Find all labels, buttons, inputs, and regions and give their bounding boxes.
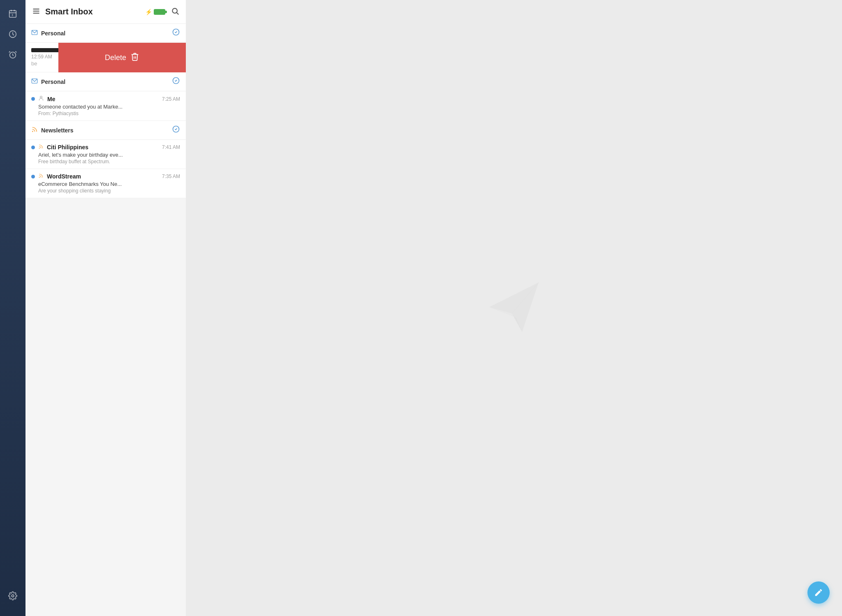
trash-icon bbox=[130, 52, 139, 63]
email-item-citi[interactable]: Citi Philippines 7:41 AM Ariel, let's ma… bbox=[25, 140, 186, 169]
email-preview-citi: Free birthday buffet at Spectrum. bbox=[31, 159, 180, 164]
partial-time: 12:59 AM bbox=[31, 54, 53, 60]
category-name-newsletters: Newsletters bbox=[41, 127, 172, 134]
email-preview-wordstream: Are your shopping clients staying bbox=[31, 188, 180, 194]
partial-preview: be bbox=[31, 60, 53, 67]
svg-text:3: 3 bbox=[12, 14, 13, 16]
email-time-me: 7:25 AM bbox=[162, 96, 180, 102]
personal-email-group: Personal Me bbox=[25, 72, 186, 121]
email-subject-citi: Ariel, let's make your birthday eve... bbox=[31, 152, 180, 158]
category-header-personal-swiped[interactable]: Personal bbox=[25, 24, 186, 43]
unread-indicator-wordstream bbox=[31, 175, 35, 178]
mail-icon bbox=[31, 29, 38, 37]
settings-icon[interactable] bbox=[4, 587, 21, 604]
sender-wordstream: WordStream bbox=[47, 173, 159, 180]
search-button[interactable] bbox=[171, 7, 179, 17]
svg-line-7 bbox=[9, 51, 10, 53]
svg-point-20 bbox=[32, 131, 33, 132]
mail-icon-2 bbox=[31, 78, 38, 86]
email-subject-wordstream: eCommerce Benchmarks You Ne... bbox=[31, 181, 180, 187]
partial-email-content: 12:59 AM be bbox=[25, 43, 58, 72]
battery-area: ⚡ bbox=[145, 9, 165, 15]
email-item-me[interactable]: Me 7:25 AM Someone contacted you at Mark… bbox=[25, 91, 186, 121]
rss-icon-citi bbox=[38, 144, 44, 151]
swiped-email-group: Personal 12:59 AM bbox=[25, 24, 186, 72]
person-icon bbox=[38, 95, 44, 102]
category-header-newsletters[interactable]: Newsletters bbox=[25, 121, 186, 140]
svg-point-9 bbox=[12, 595, 14, 597]
svg-point-13 bbox=[172, 8, 177, 13]
email-time-citi: 7:41 AM bbox=[162, 144, 180, 150]
rss-icon-wordstream bbox=[38, 173, 44, 180]
newsletters-email-group: Newsletters bbox=[25, 121, 186, 198]
delete-label: Delete bbox=[105, 53, 126, 62]
check-circle-icon-2[interactable] bbox=[172, 76, 180, 87]
battery-bar bbox=[154, 9, 165, 15]
compose-fab-button[interactable] bbox=[807, 581, 830, 604]
clock-icon[interactable] bbox=[4, 25, 21, 43]
email-item-wordstream[interactable]: WordStream 7:35 AM eCommerce Benchmarks … bbox=[25, 169, 186, 198]
svg-line-8 bbox=[15, 51, 16, 53]
unread-indicator bbox=[31, 97, 35, 101]
category-name-personal: Personal bbox=[41, 30, 172, 37]
lightning-icon: ⚡ bbox=[145, 9, 152, 15]
email-header: Smart Inbox ⚡ bbox=[25, 0, 186, 24]
main-content-area bbox=[186, 0, 842, 616]
email-preview-me: From: Pythiacystis bbox=[31, 111, 180, 116]
unread-indicator-citi bbox=[31, 146, 35, 149]
delete-action[interactable]: Delete bbox=[58, 43, 186, 72]
email-panel: Smart Inbox ⚡ Personal bbox=[25, 0, 186, 616]
svg-point-22 bbox=[39, 148, 39, 148]
svg-point-19 bbox=[40, 96, 42, 98]
alarm-icon[interactable] bbox=[4, 46, 21, 63]
menu-button[interactable] bbox=[32, 7, 40, 17]
email-list: Personal 12:59 AM bbox=[25, 24, 186, 616]
check-circle-icon-3[interactable] bbox=[172, 125, 180, 135]
sidebar-nav: 3 bbox=[0, 0, 25, 616]
rss-icon bbox=[31, 126, 38, 134]
category-header-personal[interactable]: Personal bbox=[25, 72, 186, 91]
svg-point-23 bbox=[39, 177, 39, 178]
svg-line-14 bbox=[177, 12, 179, 14]
category-name-personal-2: Personal bbox=[41, 79, 172, 85]
inbox-title: Smart Inbox bbox=[45, 7, 145, 16]
sender-citi: Citi Philippines bbox=[47, 144, 159, 151]
sender-me: Me bbox=[47, 96, 159, 102]
swiped-email-row: 12:59 AM be Delete bbox=[25, 43, 186, 72]
check-circle-icon[interactable] bbox=[172, 28, 180, 38]
email-subject-me: Someone contacted you at Marke... bbox=[31, 104, 180, 110]
paper-plane-illustration bbox=[481, 274, 547, 342]
calendar-icon[interactable]: 3 bbox=[4, 5, 21, 22]
email-time-wordstream: 7:35 AM bbox=[162, 174, 180, 179]
